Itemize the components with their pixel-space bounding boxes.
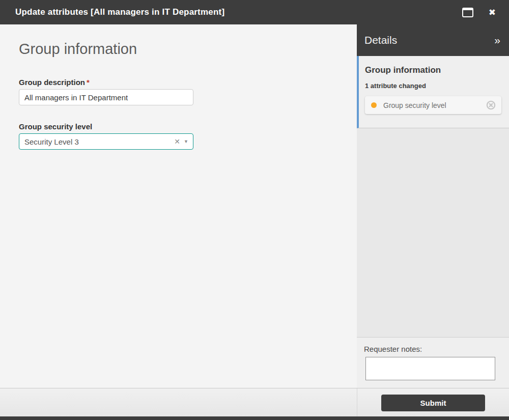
group-security-level-dropdown[interactable]: Security Level 3 ✕ ▼ bbox=[19, 133, 193, 150]
changed-status-dot-icon bbox=[371, 102, 377, 108]
changes-section-title: Group information bbox=[365, 65, 501, 75]
clear-selection-icon[interactable]: ✕ bbox=[174, 137, 180, 146]
group-security-level-field: Group security level Security Level 3 ✕ … bbox=[19, 122, 193, 150]
window-bottom-edge bbox=[0, 416, 509, 420]
requester-notes-section: Requester notes: bbox=[357, 337, 509, 388]
main-panel: Group information Group description* Gro… bbox=[0, 24, 357, 388]
group-description-input[interactable] bbox=[19, 89, 193, 105]
details-sidebar: Details » Group information 1 attribute … bbox=[357, 24, 509, 388]
attributes-changed-count: 1 attribute changed bbox=[365, 82, 501, 90]
changed-attribute-label: Group security level bbox=[383, 101, 486, 109]
chevron-down-icon[interactable]: ▼ bbox=[184, 139, 188, 144]
maximize-icon[interactable] bbox=[462, 8, 473, 17]
details-title: Details bbox=[364, 34, 494, 46]
requester-notes-label: Requester notes: bbox=[364, 345, 509, 353]
titlebar-actions: ✖ bbox=[462, 8, 496, 17]
submit-button[interactable]: Submit bbox=[381, 395, 485, 411]
dropdown-selected-value: Security Level 3 bbox=[24, 137, 174, 146]
footer-actions: Submit bbox=[357, 388, 509, 417]
field-spacer bbox=[19, 105, 357, 122]
footer-bar: Submit bbox=[0, 388, 509, 416]
requester-notes-input[interactable] bbox=[365, 357, 495, 380]
group-description-label: Group description* bbox=[19, 78, 193, 87]
group-description-label-text: Group description bbox=[19, 78, 85, 87]
details-header: Details » bbox=[357, 24, 509, 56]
group-security-level-label: Group security level bbox=[19, 122, 193, 131]
changes-section: Group information 1 attribute changed Gr… bbox=[357, 56, 509, 128]
group-description-field: Group description* bbox=[19, 78, 193, 105]
window-title: Update attributes [All managers in IT De… bbox=[15, 7, 462, 17]
revert-change-icon[interactable] bbox=[486, 100, 496, 110]
sidebar-empty-area bbox=[357, 128, 509, 337]
changed-attribute-item: Group security level bbox=[365, 96, 501, 114]
close-icon[interactable]: ✖ bbox=[489, 8, 496, 17]
collapse-sidebar-icon[interactable]: » bbox=[494, 34, 500, 46]
window-titlebar: Update attributes [All managers in IT De… bbox=[0, 0, 509, 24]
page-title: Group information bbox=[19, 41, 357, 58]
required-asterisk: * bbox=[87, 78, 90, 87]
